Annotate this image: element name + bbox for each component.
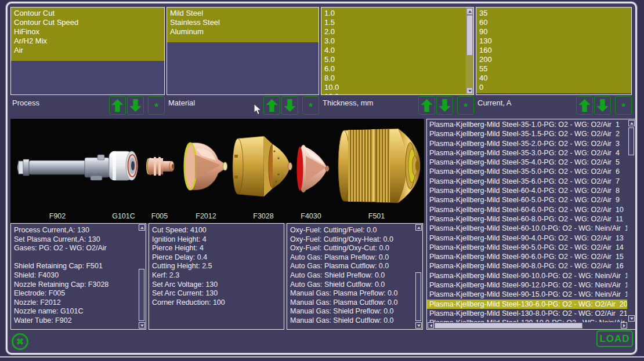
list-item[interactable]: 35 bbox=[476, 9, 631, 18]
record-item[interactable]: Plasma-Kjellberg-Mild Steel-90-12.0-PG: … bbox=[427, 280, 627, 290]
list-item[interactable]: 160 bbox=[476, 46, 631, 55]
scroll-down-icon[interactable] bbox=[139, 322, 145, 329]
record-item[interactable]: Plasma-Kjellberg-Mild Steel-60-4.0-PG: O… bbox=[427, 186, 627, 195]
scroll-right-icon[interactable] bbox=[621, 322, 627, 329]
scroll-up-icon[interactable] bbox=[628, 120, 635, 126]
list-item[interactable]: 40 bbox=[476, 74, 631, 83]
record-item[interactable]: Plasma-Kjellberg-Mild Steel-35-4.0-PG: O… bbox=[427, 158, 627, 167]
record-item[interactable]: Plasma-Kjellberg-Mild Steel-60-8.0-PG: O… bbox=[427, 214, 627, 224]
material-any-button[interactable]: * bbox=[302, 96, 319, 115]
thickness-any-button[interactable]: * bbox=[457, 96, 474, 115]
list-item[interactable]: 130 bbox=[476, 37, 631, 46]
record-item[interactable]: Plasma-Kjellberg-Mild Steel-35-5.0-PG: O… bbox=[427, 167, 627, 176]
list-item[interactable]: Air bbox=[11, 46, 164, 55]
close-button[interactable]: ✖ bbox=[12, 333, 28, 350]
detail-line: Cut Speed: 4100 bbox=[152, 226, 282, 235]
scrollbar-thumb[interactable] bbox=[435, 323, 583, 329]
list-item[interactable]: 200 bbox=[476, 55, 631, 64]
consumables-image: F902 G101C F005 F2012 F3028 F4030 F501 bbox=[10, 119, 424, 223]
scroll-up-icon[interactable] bbox=[415, 224, 422, 231]
record-item[interactable]: Plasma-Kjellberg-Mild Steel-35-6.0-PG: O… bbox=[427, 177, 627, 186]
scroll-down-icon[interactable] bbox=[415, 322, 422, 329]
list-item[interactable]: 5.0 bbox=[321, 55, 473, 64]
list-item[interactable]: 2.0 bbox=[321, 27, 473, 37]
detail-line: Shield Retaining Cap: F501 bbox=[14, 262, 144, 271]
current-listbox[interactable]: 35 60 90 130 160 200 55 40 0 bbox=[476, 7, 632, 95]
current-up-button[interactable] bbox=[576, 96, 593, 115]
close-x-icon: ✖ bbox=[16, 337, 24, 347]
record-item-selected[interactable]: Plasma-Kjellberg-Mild Steel-130-6.0-PG: … bbox=[427, 300, 627, 309]
record-item[interactable]: Plasma-Kjellberg-Mild Steel-60-10.0-PG: … bbox=[427, 224, 627, 233]
thickness-down-button[interactable] bbox=[436, 96, 453, 115]
list-item[interactable]: 90 bbox=[476, 27, 631, 37]
list-item[interactable]: HiFinox bbox=[11, 27, 164, 37]
list-item[interactable]: 10.0 bbox=[321, 83, 473, 92]
record-item[interactable]: Plasma-Kjellberg-Mild Steel-90-6.0-PG: O… bbox=[427, 252, 627, 261]
detail-line: Kerf: 2.3 bbox=[152, 271, 282, 280]
list-item[interactable]: Aluminum bbox=[167, 27, 319, 37]
scrollbar-thumb[interactable] bbox=[139, 269, 144, 321]
load-button[interactable]: LOAD bbox=[596, 330, 633, 347]
gas-settings-panel[interactable]: Oxy-Fuel: Cutting/Fuel: 0.0 Oxy-Fuel: Cu… bbox=[287, 223, 423, 330]
material-down-button[interactable] bbox=[281, 96, 298, 115]
scroll-up-icon[interactable] bbox=[139, 224, 145, 231]
record-item[interactable]: Plasma-Kjellberg-Mild Steel-130-8.0-PG: … bbox=[427, 309, 627, 318]
down-arrow-icon bbox=[597, 99, 609, 112]
process-any-button[interactable]: * bbox=[148, 96, 165, 115]
scroll-up-icon[interactable] bbox=[466, 8, 473, 14]
thickness-scrollbar[interactable] bbox=[466, 8, 473, 94]
cut-parameters-panel[interactable]: Cut Speed: 4100 Ignition Height: 4 Pierc… bbox=[149, 223, 284, 330]
material-up-button[interactable] bbox=[263, 96, 280, 115]
thickness-label: Thickness, mm bbox=[323, 99, 373, 107]
list-item[interactable]: 1.0 bbox=[321, 9, 473, 18]
record-item[interactable]: Plasma-Kjellberg-Mild Steel-130-10.0-PG:… bbox=[427, 318, 627, 322]
current-label: Current, A bbox=[477, 99, 512, 107]
process-listbox[interactable]: Contour Cut Contour Cut Speed HiFinox Ar… bbox=[10, 7, 165, 95]
list-item[interactable]: 3.0 bbox=[321, 37, 473, 46]
detail-line: Pierce Height: 4 bbox=[152, 244, 282, 253]
scrollbar-thumb[interactable] bbox=[628, 127, 634, 155]
list-item[interactable]: Contour Cut Speed bbox=[11, 18, 164, 27]
record-item[interactable]: Plasma-Kjellberg-Mild Steel-60-6.0-PG: O… bbox=[427, 205, 627, 214]
process-down-button[interactable] bbox=[127, 96, 144, 115]
asterisk-icon: * bbox=[154, 104, 158, 110]
list-item[interactable]: 1.5 bbox=[321, 18, 473, 27]
list-item[interactable]: 4.0 bbox=[321, 46, 473, 55]
process-up-button[interactable] bbox=[109, 96, 126, 115]
material-listbox[interactable]: Mild Steel Stainless Steel Aluminum bbox=[167, 7, 319, 95]
asterisk-icon: * bbox=[464, 104, 468, 110]
thickness-up-button[interactable] bbox=[418, 96, 435, 115]
detail-line: Auto Gas: Plasma Cutflow: 0.0 bbox=[290, 262, 421, 271]
list-item[interactable]: Mild Steel bbox=[167, 9, 319, 18]
torch-parts-illustration bbox=[10, 119, 424, 223]
scroll-down-icon[interactable] bbox=[466, 87, 473, 94]
detail-line: Manual Gas: Plasma Preflow: 0.0 bbox=[290, 289, 421, 298]
list-item[interactable]: Stainless Steel bbox=[167, 18, 319, 27]
scrollbar-thumb[interactable] bbox=[415, 272, 421, 321]
scrollbar-thumb[interactable] bbox=[466, 15, 473, 56]
record-item[interactable]: Plasma-Kjellberg-Mild Steel-90-15.0-PG: … bbox=[427, 290, 627, 299]
record-item[interactable]: Plasma-Kjellberg-Mild Steel-90-10.0-PG: … bbox=[427, 271, 627, 280]
process-summary-panel[interactable]: Process Current,A: 130 Set Plasma Curren… bbox=[10, 223, 146, 330]
thickness-listbox[interactable]: 1.0 1.5 2.0 3.0 4.0 5.0 6.0 8.0 10.0 12.… bbox=[321, 7, 474, 95]
record-item[interactable]: Plasma-Kjellberg-Mild Steel-90-8.0-PG: O… bbox=[427, 261, 627, 271]
current-down-button[interactable] bbox=[594, 96, 611, 115]
list-item[interactable]: 6.0 bbox=[321, 64, 473, 74]
record-item[interactable]: Plasma-Kjellberg-Mild Steel-35-2.0-PG: O… bbox=[427, 139, 627, 148]
list-item[interactable]: 8.0 bbox=[321, 74, 473, 83]
record-item[interactable]: Plasma-Kjellberg-Mild Steel-35-1.0-PG: O… bbox=[427, 120, 627, 129]
list-item[interactable]: Contour Cut bbox=[11, 9, 164, 18]
record-item[interactable]: Plasma-Kjellberg-Mild Steel-60-5.0-PG: O… bbox=[427, 195, 627, 205]
record-item[interactable]: Plasma-Kjellberg-Mild Steel-35-1.5-PG: O… bbox=[427, 129, 627, 138]
current-any-button[interactable]: * bbox=[615, 96, 632, 115]
record-item[interactable]: Plasma-Kjellberg-Mild Steel-35-3.0-PG: O… bbox=[427, 148, 627, 158]
record-item[interactable]: Plasma-Kjellberg-Mild Steel-90-5.0-PG: O… bbox=[427, 243, 627, 252]
list-item[interactable]: Ar/H2 Mix bbox=[11, 37, 164, 46]
list-item[interactable]: 0 bbox=[476, 83, 631, 92]
scroll-left-icon[interactable] bbox=[428, 322, 434, 329]
record-item[interactable]: Plasma-Kjellberg-Mild Steel-90-4.0-PG: O… bbox=[427, 234, 627, 243]
scroll-down-icon[interactable] bbox=[628, 315, 635, 322]
list-item[interactable]: 60 bbox=[476, 18, 631, 27]
list-item[interactable]: 55 bbox=[476, 64, 631, 74]
cutchart-records-list[interactable]: Plasma-Kjellberg-Mild Steel-35-1.0-PG: O… bbox=[426, 119, 636, 330]
